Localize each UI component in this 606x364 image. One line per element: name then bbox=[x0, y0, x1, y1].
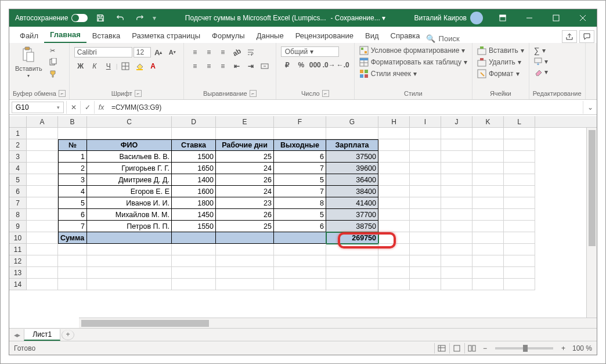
cell[interactable] bbox=[216, 255, 274, 267]
cell[interactable]: Григорьев Г. Г. bbox=[87, 163, 172, 174]
merge-button[interactable] bbox=[258, 60, 271, 72]
cell[interactable] bbox=[27, 128, 58, 139]
cell[interactable]: 23 bbox=[216, 197, 274, 209]
cell[interactable] bbox=[274, 267, 326, 279]
cell[interactable] bbox=[172, 279, 216, 290]
cell[interactable]: Иванов И. И. bbox=[87, 197, 172, 209]
autosum-button[interactable]: ∑ ▾ bbox=[533, 45, 547, 56]
cell[interactable] bbox=[410, 197, 441, 209]
cell[interactable] bbox=[410, 255, 441, 267]
cell[interactable] bbox=[27, 221, 58, 232]
cell[interactable] bbox=[472, 139, 504, 151]
cell[interactable] bbox=[378, 267, 410, 279]
enter-formula-button[interactable]: ✓ bbox=[80, 101, 94, 114]
percent-button[interactable]: % bbox=[295, 59, 308, 71]
row-header[interactable]: 12 bbox=[9, 255, 27, 267]
wrap-text-button[interactable] bbox=[244, 46, 257, 58]
align-bottom-button[interactable]: ≡ bbox=[217, 46, 229, 58]
cell[interactable] bbox=[27, 151, 58, 163]
cell[interactable]: 1 bbox=[58, 151, 87, 163]
autosave-toggle[interactable]: Автосохранение bbox=[15, 14, 88, 22]
cell[interactable]: 5 bbox=[274, 174, 326, 186]
row-header[interactable]: 14 bbox=[9, 279, 27, 290]
cell[interactable] bbox=[472, 151, 504, 163]
cell[interactable] bbox=[504, 209, 535, 221]
cell[interactable] bbox=[472, 186, 504, 197]
currency-button[interactable]: ₽ bbox=[281, 59, 294, 71]
cell[interactable] bbox=[410, 232, 441, 244]
cell[interactable] bbox=[27, 279, 58, 290]
cell[interactable] bbox=[410, 139, 441, 151]
ribbon-display-options[interactable] bbox=[490, 9, 515, 27]
col-header-F[interactable]: F bbox=[274, 116, 326, 127]
zoom-slider[interactable] bbox=[495, 347, 553, 349]
clear-button[interactable]: ▾ bbox=[533, 67, 549, 77]
cell[interactable] bbox=[87, 232, 172, 244]
cell[interactable] bbox=[472, 128, 504, 139]
tab-file[interactable]: Файл bbox=[14, 29, 44, 43]
format-as-table-button[interactable]: Форматировать как таблицу ▾ bbox=[358, 57, 468, 67]
cell[interactable] bbox=[504, 163, 535, 174]
delete-cells-button[interactable]: Удалить ▾ bbox=[476, 57, 522, 67]
tab-home[interactable]: Главная bbox=[44, 28, 86, 43]
save-icon[interactable] bbox=[93, 11, 107, 25]
col-header-J[interactable]: J bbox=[441, 116, 472, 127]
cell[interactable] bbox=[504, 279, 535, 290]
cell[interactable]: Ставка bbox=[172, 139, 216, 151]
col-header-K[interactable]: K bbox=[472, 116, 504, 127]
col-header-C[interactable]: C bbox=[87, 116, 172, 127]
row-header[interactable]: 2 bbox=[9, 139, 27, 151]
col-header-L[interactable]: L bbox=[504, 116, 535, 127]
cut-button[interactable]: ✂ bbox=[47, 45, 59, 56]
row-header[interactable]: 3 bbox=[9, 151, 27, 163]
row-header[interactable]: 7 bbox=[9, 197, 27, 209]
cell[interactable] bbox=[441, 151, 472, 163]
cell[interactable]: 41400 bbox=[326, 197, 378, 209]
clipboard-launcher[interactable]: ⌐ bbox=[59, 90, 66, 97]
cell[interactable] bbox=[441, 267, 472, 279]
cell[interactable] bbox=[378, 209, 410, 221]
cell[interactable]: Выходные bbox=[274, 139, 326, 151]
cell[interactable] bbox=[441, 232, 472, 244]
cell[interactable]: 4 bbox=[58, 186, 87, 197]
row-header[interactable]: 4 bbox=[9, 163, 27, 174]
cell[interactable]: 6 bbox=[274, 221, 326, 232]
cell[interactable] bbox=[378, 232, 410, 244]
cell[interactable]: 6 bbox=[58, 209, 87, 221]
increase-indent-button[interactable]: ⇥ bbox=[244, 60, 257, 72]
cell[interactable] bbox=[216, 232, 274, 244]
cell[interactable] bbox=[326, 244, 378, 255]
col-header-B[interactable]: B bbox=[58, 116, 87, 127]
cell[interactable]: 7 bbox=[58, 221, 87, 232]
cell[interactable] bbox=[326, 255, 378, 267]
cell[interactable] bbox=[172, 267, 216, 279]
cell[interactable] bbox=[441, 163, 472, 174]
cell[interactable] bbox=[58, 244, 87, 255]
cell[interactable] bbox=[58, 267, 87, 279]
cell[interactable]: Дмитриев Д. Д. bbox=[87, 174, 172, 186]
decrease-font-button[interactable]: A▾ bbox=[166, 46, 179, 58]
cell[interactable]: 36400 bbox=[326, 174, 378, 186]
cell[interactable] bbox=[27, 139, 58, 151]
cell[interactable]: Петров П. П. bbox=[87, 221, 172, 232]
cell[interactable]: 25 bbox=[216, 151, 274, 163]
cell[interactable] bbox=[472, 267, 504, 279]
row-header[interactable]: 6 bbox=[9, 186, 27, 197]
cell[interactable]: Сумма bbox=[58, 232, 87, 244]
cell[interactable] bbox=[274, 128, 326, 139]
cell[interactable] bbox=[216, 279, 274, 290]
cell[interactable] bbox=[504, 267, 535, 279]
page-layout-view-button[interactable] bbox=[449, 343, 464, 354]
align-middle-button[interactable]: ≡ bbox=[203, 46, 215, 58]
tab-data[interactable]: Данные bbox=[251, 29, 290, 43]
cell[interactable]: 1800 bbox=[172, 197, 216, 209]
cell[interactable]: Егоров Е. Е bbox=[87, 186, 172, 197]
row-header[interactable]: 8 bbox=[9, 209, 27, 221]
cell[interactable] bbox=[410, 151, 441, 163]
cell[interactable]: 1600 bbox=[172, 186, 216, 197]
cell[interactable]: 269750 bbox=[326, 232, 378, 244]
row-header[interactable]: 11 bbox=[9, 244, 27, 255]
cell[interactable] bbox=[472, 209, 504, 221]
cell[interactable]: 38750 bbox=[326, 221, 378, 232]
cell[interactable] bbox=[27, 163, 58, 174]
